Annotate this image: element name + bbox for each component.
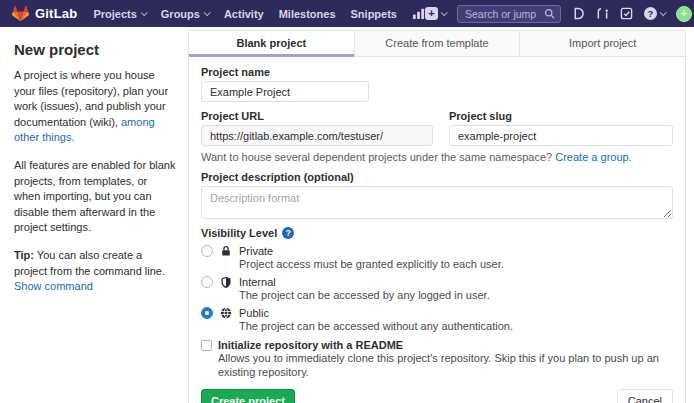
user-menu-button[interactable]: +	[676, 6, 694, 22]
namespace-hint: Want to house several dependent projects…	[201, 151, 673, 163]
issues-icon[interactable]	[572, 7, 585, 20]
visibility-level-label: Visibility Level	[201, 227, 277, 239]
nav-projects[interactable]: Projects	[93, 8, 145, 20]
project-slug-input[interactable]	[449, 125, 673, 146]
top-navbar: GitLab Projects Groups Activity Mileston…	[0, 0, 694, 27]
project-description-label: Project description (optional)	[201, 171, 673, 183]
project-name-label: Project name	[201, 66, 673, 78]
readme-option: Initialize repository with a README Allo…	[201, 339, 673, 380]
project-url-input[interactable]	[201, 125, 433, 146]
public-radio[interactable]	[201, 307, 213, 319]
new-menu-button[interactable]: +	[425, 7, 446, 20]
nav-groups[interactable]: Groups	[161, 8, 209, 20]
project-slug-label: Project slug	[449, 110, 673, 122]
private-option-label: Private	[239, 245, 273, 257]
search-box[interactable]	[457, 5, 561, 23]
help-menu-button[interactable]: ?	[644, 7, 665, 20]
blank-project-form: Project name Project URL Project slug Wa…	[189, 57, 685, 403]
nav-milestones[interactable]: Milestones	[279, 8, 336, 20]
cancel-button[interactable]: Cancel	[617, 389, 673, 403]
project-name-input[interactable]	[201, 81, 369, 102]
sidebar-tip: Tip: You can also create a project from …	[14, 248, 176, 295]
globe-icon	[220, 307, 232, 319]
sidebar-features-note: All features are enabled for blank proje…	[14, 158, 176, 236]
project-type-tabs: Blank project Create from template Impor…	[189, 31, 685, 57]
chevron-down-icon	[660, 9, 667, 16]
public-option-label: Public	[239, 307, 269, 319]
brand-name: GitLab	[35, 6, 77, 21]
lock-icon	[220, 245, 232, 257]
chart-icon[interactable]	[412, 7, 425, 20]
private-radio[interactable]	[201, 245, 213, 257]
merge-requests-icon[interactable]	[596, 7, 609, 20]
help-icon: ?	[644, 7, 657, 20]
avatar: +	[676, 6, 692, 22]
visibility-option-private: Private Project access must be granted e…	[201, 245, 673, 272]
internal-option-label: Internal	[239, 276, 276, 288]
internal-option-description: The project can be accessed by any logge…	[239, 289, 673, 303]
chevron-down-icon	[204, 9, 211, 16]
tab-import-project[interactable]: Import project	[519, 31, 685, 57]
nav-activity[interactable]: Activity	[224, 8, 264, 20]
chevron-down-icon	[140, 9, 147, 16]
chevron-down-icon	[441, 9, 448, 16]
create-group-link[interactable]: Create a group.	[555, 151, 631, 163]
visibility-option-internal: Internal The project can be accessed by …	[201, 276, 673, 303]
internal-radio[interactable]	[201, 276, 213, 288]
create-project-button[interactable]: Create project	[201, 389, 295, 403]
shield-icon	[220, 276, 232, 288]
nav-snippets[interactable]: Snippets	[351, 8, 397, 20]
visibility-help-icon[interactable]: ?	[282, 227, 294, 239]
project-description-input[interactable]	[201, 186, 673, 219]
search-input[interactable]	[463, 7, 540, 21]
search-icon	[544, 8, 555, 19]
new-project-panel: Blank project Create from template Impor…	[188, 30, 686, 403]
visibility-option-public: Public The project can be accessed witho…	[201, 307, 673, 334]
show-command-link[interactable]: Show command	[14, 280, 93, 292]
tanuki-icon	[12, 5, 29, 22]
private-option-description: Project access must be granted explicitl…	[239, 258, 673, 272]
sidebar-intro: A project is where you house your files …	[14, 68, 176, 146]
public-option-description: The project can be accessed without any …	[239, 320, 673, 334]
tab-blank-project[interactable]: Blank project	[189, 31, 354, 57]
readme-checkbox[interactable]	[201, 340, 212, 351]
readme-label: Initialize repository with a README	[218, 339, 403, 351]
page-title: New project	[14, 41, 176, 58]
tab-create-from-template[interactable]: Create from template	[354, 31, 520, 57]
readme-description: Allows you to immediately clone this pro…	[218, 352, 673, 380]
plus-icon: +	[425, 7, 438, 20]
new-project-sidebar: New project A project is where you house…	[0, 27, 188, 307]
project-url-label: Project URL	[201, 110, 433, 122]
gitlab-logo[interactable]: GitLab	[12, 5, 77, 22]
todos-icon[interactable]	[620, 7, 633, 20]
